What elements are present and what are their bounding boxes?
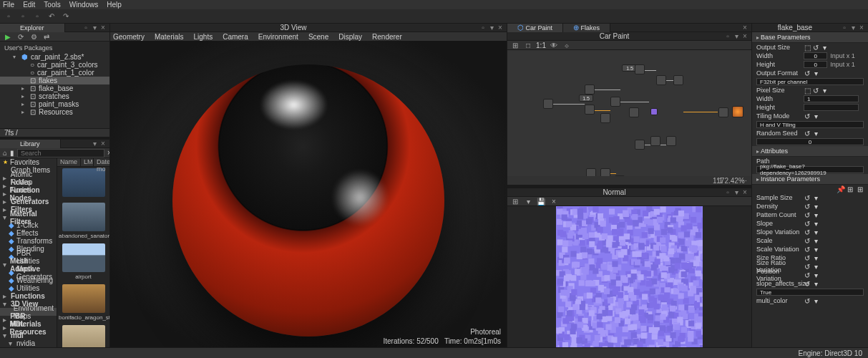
panel-close-icon[interactable]: × — [497, 24, 504, 32]
panel-undock-icon[interactable]: ▫ — [724, 188, 731, 196]
play-icon[interactable]: ▶ — [3, 32, 13, 41]
library-tree-item[interactable]: ▾nvidia — [0, 339, 57, 347]
home-icon[interactable]: ⌂ — [3, 149, 7, 157]
graph-node[interactable] — [635, 140, 645, 150]
view3d-menu-item[interactable]: Scene — [308, 33, 328, 41]
redo-icon[interactable]: ↷ — [60, 11, 72, 22]
library-tree-item[interactable]: ▸Functions — [0, 292, 57, 300]
graph-node[interactable] — [610, 97, 620, 107]
normal-save-icon[interactable]: 💾 — [536, 197, 546, 205]
thumbnail[interactable]: abandoned_sanatori... — [57, 201, 109, 242]
panel-undock-icon[interactable]: ▫ — [841, 24, 848, 32]
tree-package[interactable]: ▾⬢car_paint_2.sbs* — [0, 53, 109, 61]
panel-undock-icon[interactable]: ▫ — [82, 24, 89, 32]
thumbnail[interactable] — [57, 324, 109, 347]
refresh-icon[interactable]: ⟳ — [16, 32, 26, 41]
library-tree-item[interactable]: ◆Utilities — [0, 284, 57, 292]
view3d-menu-item[interactable]: Camera — [223, 33, 248, 41]
view3d-menu-item[interactable]: Display — [338, 33, 362, 41]
normal-close-icon[interactable]: × — [549, 197, 559, 205]
graph-node[interactable] — [650, 108, 658, 115]
library-tree-item[interactable]: ◆Mask Generators — [0, 268, 57, 276]
library-tree-item[interactable]: ▸MDL Resources — [0, 324, 57, 332]
view3d-menu-item[interactable]: Geometry — [113, 33, 145, 41]
graph-node[interactable] — [656, 75, 666, 85]
menu-file[interactable]: File — [3, 1, 14, 9]
library-tree-item[interactable]: ▸Generators — [0, 198, 57, 205]
link-icon[interactable]: ⬚ — [804, 44, 811, 52]
prop-slider[interactable]: 0 — [756, 138, 864, 145]
tree-item[interactable]: ○car_paint_1_color — [0, 69, 109, 77]
panel-opts-icon[interactable]: ▾ — [733, 32, 740, 40]
panel-close-icon[interactable]: × — [99, 140, 107, 147]
normal-zoom-icon[interactable]: ⊞ — [510, 197, 520, 205]
graph-node[interactable] — [732, 106, 743, 117]
panel-close-icon[interactable]: × — [741, 24, 748, 32]
graph-node[interactable]: 1.5 — [579, 95, 593, 102]
graph-more-icon[interactable]: ⋯ — [738, 176, 748, 185]
view3d-canvas[interactable]: Photoreal Iterations: 52/500 Time: 0m2s[… — [110, 41, 507, 347]
normal-canvas[interactable] — [507, 206, 751, 353]
menu-windows[interactable]: Windows — [69, 1, 99, 9]
view3d-menu-item[interactable]: Lights — [193, 33, 213, 41]
menu-tools[interactable]: Tools — [44, 1, 60, 9]
graph-link-icon[interactable]: ⟐ — [562, 41, 572, 49]
panel-close-icon[interactable]: × — [741, 32, 748, 40]
thumbnail[interactable]: bonifacio_aragon_sta... — [57, 283, 109, 324]
graph-canvas[interactable]: 1.51.51:1172.42%⋯ — [507, 50, 751, 185]
graph-node[interactable] — [600, 113, 610, 123]
tree-item[interactable]: ▸⊡Resources — [0, 108, 109, 116]
library-tab[interactable]: Library — [0, 140, 61, 148]
graph-1to1-icon[interactable]: 1:1 — [536, 41, 546, 49]
graph-tab[interactable]: ⊕ Flakes — [563, 24, 610, 32]
graph-node[interactable] — [635, 64, 645, 74]
panel-close-icon[interactable]: × — [99, 24, 107, 32]
panel-opts-icon[interactable]: ▾ — [849, 24, 857, 32]
col-date[interactable]: Date mo — [94, 158, 109, 166]
panel-opts-icon[interactable]: ▾ — [733, 188, 740, 196]
thumbnail[interactable]: airport — [57, 242, 109, 283]
col-lm[interactable]: LM — [81, 158, 94, 166]
normal-opts-icon[interactable]: ▾ — [523, 197, 533, 205]
graph-node[interactable] — [666, 136, 676, 146]
panel-opts-icon[interactable]: ▾ — [91, 24, 98, 32]
graph-node[interactable] — [629, 107, 639, 117]
graph-node[interactable] — [650, 136, 660, 146]
prop-value[interactable]: True — [756, 289, 864, 296]
library-tree-item[interactable]: ★Favorites — [0, 158, 57, 166]
library-tree-item[interactable]: ◆Transforms — [0, 237, 57, 245]
library-tree-item[interactable]: ◆Weathering — [0, 276, 57, 284]
view3d-menu-item[interactable]: Renderer — [372, 33, 402, 41]
panel-opts-icon[interactable]: ▾ — [488, 24, 495, 32]
graph-node[interactable] — [585, 84, 595, 95]
link-icon[interactable]: ⇄ — [42, 32, 52, 41]
menu-help[interactable]: Help — [107, 1, 122, 9]
prop-slider[interactable]: 0 — [804, 52, 827, 59]
save-icon[interactable]: ▫ — [31, 11, 43, 22]
graph-zoom-icon[interactable]: ⊞ — [510, 41, 520, 49]
prop-section[interactable]: Attributes — [752, 146, 868, 157]
library-tree-item[interactable]: ◆Effects — [0, 229, 57, 237]
panel-close-icon[interactable]: × — [858, 24, 865, 32]
panel-undock-icon[interactable]: ▫ — [724, 32, 731, 40]
folder-icon[interactable]: ▮ — [10, 149, 14, 157]
prop-value[interactable]: 1 — [804, 95, 859, 102]
prop-slider[interactable]: 0 — [804, 61, 827, 68]
gear-icon[interactable]: ⚙ — [29, 32, 39, 41]
prop-value[interactable]: F32bit per channel — [756, 78, 864, 85]
graph-node[interactable] — [718, 107, 728, 117]
library-search-input[interactable] — [17, 149, 104, 158]
open-icon[interactable]: ▫ — [17, 11, 29, 22]
prop-value[interactable]: H and V Tiling — [756, 121, 864, 128]
graph-node[interactable] — [543, 99, 553, 109]
graph-fit-icon[interactable]: □ — [523, 41, 533, 49]
undo-icon[interactable]: ↶ — [46, 11, 57, 22]
graph-tab[interactable]: ⬡ Car Paint — [507, 24, 563, 32]
view3d-menu-item[interactable]: Environment — [258, 33, 298, 41]
graph-eye-icon[interactable]: 👁 — [549, 41, 559, 49]
library-tree-item[interactable]: ▸Function Nodes — [0, 190, 57, 198]
library-tree-item[interactable]: ▾Material Filters — [0, 213, 57, 221]
panel-undock-icon[interactable]: ▫ — [479, 24, 487, 32]
tree-item[interactable]: ⊡flakes — [0, 77, 109, 84]
panel-close-icon[interactable]: × — [741, 188, 748, 196]
